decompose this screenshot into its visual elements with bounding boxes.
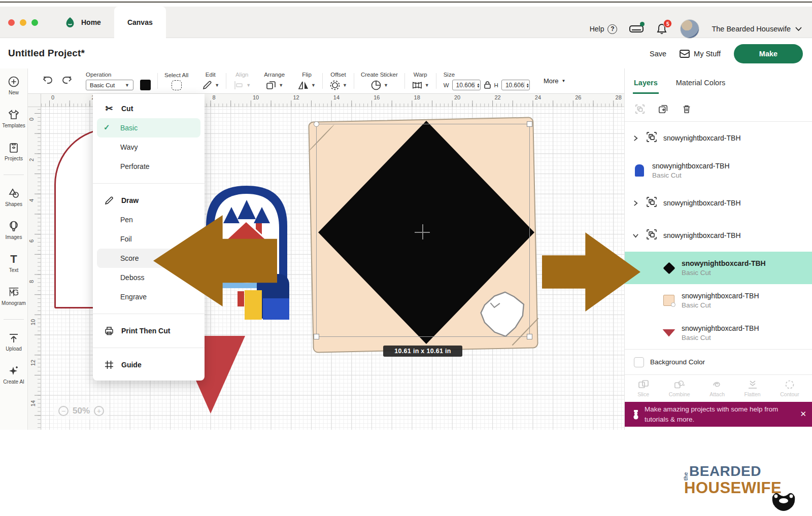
chevron-right-icon[interactable] [633, 200, 640, 206]
my-stuff-button[interactable]: My Stuff [680, 50, 721, 58]
resize-handle[interactable] [527, 121, 532, 127]
app-tabs: HomeCanvas [51, 7, 166, 38]
sidebar-item-images[interactable]: Images [0, 220, 27, 240]
menu-item-print-then-cut[interactable]: Print Then Cut [93, 321, 205, 340]
height-input[interactable]: 10.606 ▲▼ [501, 80, 530, 90]
tab-home[interactable]: Home [51, 7, 114, 38]
select-all-group[interactable]: Select All [158, 68, 195, 93]
ruler-h-number: 22 [494, 94, 500, 100]
sidebar-item-shapes[interactable]: Shapes [0, 187, 27, 207]
sidebar-item-text[interactable]: T Text [0, 253, 27, 273]
zoom-in-button[interactable]: + [94, 406, 104, 416]
chevron-down-icon[interactable] [633, 233, 640, 238]
sidebar-divider [4, 319, 24, 320]
arrange-group[interactable]: Arrange ▼ [257, 68, 291, 93]
layer-group-row[interactable]: snowynightboxcard-TBH [625, 219, 812, 252]
height-stepper[interactable]: ▲▼ [524, 82, 530, 89]
selection-center-crosshair [415, 224, 430, 239]
layer-row[interactable]: snowynightboxcard-TBH Basic Cut [625, 154, 812, 187]
watermark-line2: HOUSEWIFE [684, 479, 782, 497]
guide-icon [104, 360, 114, 370]
layer-row[interactable]: snowynightboxcard-TBH Basic Cut [625, 317, 812, 349]
menu-divider [93, 348, 205, 348]
menu-item-perforate[interactable]: Perforate [97, 157, 200, 176]
sidebar-item-label: Projects [5, 156, 23, 161]
close-window-button[interactable] [8, 19, 15, 26]
machine-status-icon[interactable] [629, 24, 644, 34]
action-label: Contour [780, 391, 799, 397]
lock-icon[interactable] [484, 81, 491, 89]
ruler-v-number: 0 [28, 118, 35, 121]
edit-label: Edit [206, 72, 216, 78]
banner-close-icon[interactable]: ✕ [800, 409, 806, 419]
flip-group[interactable]: Flip ▼ [291, 68, 322, 93]
menu-item-guide[interactable]: Guide [93, 355, 205, 374]
delete-layer-icon[interactable] [682, 104, 692, 114]
beard-icon [770, 490, 797, 512]
more-button[interactable]: More ▼ [544, 68, 566, 93]
sidebar-item-upload[interactable]: Upload [0, 332, 27, 352]
chevron-right-icon[interactable] [633, 135, 640, 141]
redo-button[interactable] [61, 75, 73, 87]
edit-group[interactable]: Edit ▼ [195, 68, 226, 93]
layer-operation: Basic Cut [682, 301, 759, 309]
layer-row[interactable]: snowynightboxcard-TBH Basic Cut [625, 284, 812, 317]
sidebar-item-label: Upload [6, 346, 22, 352]
project-bar: Untitled Project* Save My Stuff Make [0, 39, 812, 68]
panel-tab-layers[interactable]: Layers [634, 79, 658, 87]
menu-item-engrave[interactable]: Engrave [97, 287, 200, 306]
ruler-h-number: 10 [253, 94, 259, 100]
height-value: 10.606 [505, 82, 524, 89]
machine-online-dot [640, 22, 645, 26]
sidebar-item-new[interactable]: New [0, 76, 27, 95]
notifications-button[interactable]: 5 [656, 23, 668, 35]
ruler-v-number: 10 [30, 319, 36, 325]
create-sticker-group[interactable]: Create Sticker ▼ [354, 68, 404, 93]
menu-divider [93, 183, 205, 184]
layers-list: snowynightboxcard-TBHsnowynightboxcard-T… [625, 122, 812, 349]
combine-actions-bar: Slice Combine Attach Flatten Contour [625, 374, 812, 402]
avatar[interactable] [680, 19, 699, 39]
width-stepper[interactable]: ▲▼ [475, 82, 480, 89]
chevron-down-icon [795, 27, 802, 31]
color-swatch[interactable] [140, 80, 151, 90]
account-menu[interactable]: The Bearded Housewife [712, 25, 802, 33]
zoom-window-button[interactable] [31, 19, 38, 26]
background-color-swatch[interactable] [634, 357, 644, 367]
minimize-window-button[interactable] [20, 19, 26, 26]
sidebar-item-templates[interactable]: Templates [0, 109, 27, 128]
sidebar-item-projects[interactable]: Projects [0, 142, 27, 161]
zoom-out-button[interactable]: − [58, 406, 69, 416]
layer-row[interactable]: snowynightboxcard-TBH Basic Cut [625, 252, 812, 284]
duplicate-layer-icon[interactable] [658, 104, 668, 114]
make-button[interactable]: Make [734, 44, 803, 63]
sticker-icon [370, 80, 382, 91]
app-window: HomeCanvas Help ? 5 The Bearded Housewif… [0, 0, 812, 516]
resize-handle[interactable] [314, 121, 319, 127]
resize-handle[interactable] [527, 334, 532, 339]
background-color-row[interactable]: Background Color [625, 349, 812, 374]
warp-group[interactable]: Warp ▼ [405, 68, 436, 93]
layer-group-row[interactable]: snowynightboxcard-TBH [625, 122, 812, 154]
width-input[interactable]: 10.606 ▲▼ [452, 80, 481, 90]
vertical-ruler: 02468101214 [28, 94, 41, 430]
menu-item-wavy[interactable]: Wavy [97, 137, 200, 157]
slice-icon [638, 380, 649, 390]
sidebar-item-monogram[interactable]: Monogram [0, 286, 27, 306]
menu-item-basic[interactable]: ✓Basic [97, 118, 200, 137]
panel-tab-material-colors[interactable]: Material Colors [676, 79, 726, 87]
help-button[interactable]: Help ? [590, 24, 618, 34]
layer-group-row[interactable]: snowynightboxcard-TBH [625, 187, 812, 219]
sidebar-item-create-ai[interactable]: Create AI [0, 365, 27, 385]
operation-select[interactable]: Basic Cut ▼ [86, 80, 133, 90]
save-button[interactable]: Save [650, 50, 666, 58]
offset-group[interactable]: Offset ▼ [323, 68, 354, 93]
tab-canvas[interactable]: Canvas [114, 7, 166, 38]
group-layers-icon[interactable] [635, 104, 645, 114]
undo-button[interactable] [42, 75, 53, 87]
resize-handle[interactable] [314, 334, 319, 339]
sidebar-item-label: Images [6, 234, 22, 240]
zoom-control: − 50% + [53, 402, 109, 420]
menu-item-pen[interactable]: Pen [97, 210, 200, 229]
menu-item-label: Basic [120, 124, 138, 132]
